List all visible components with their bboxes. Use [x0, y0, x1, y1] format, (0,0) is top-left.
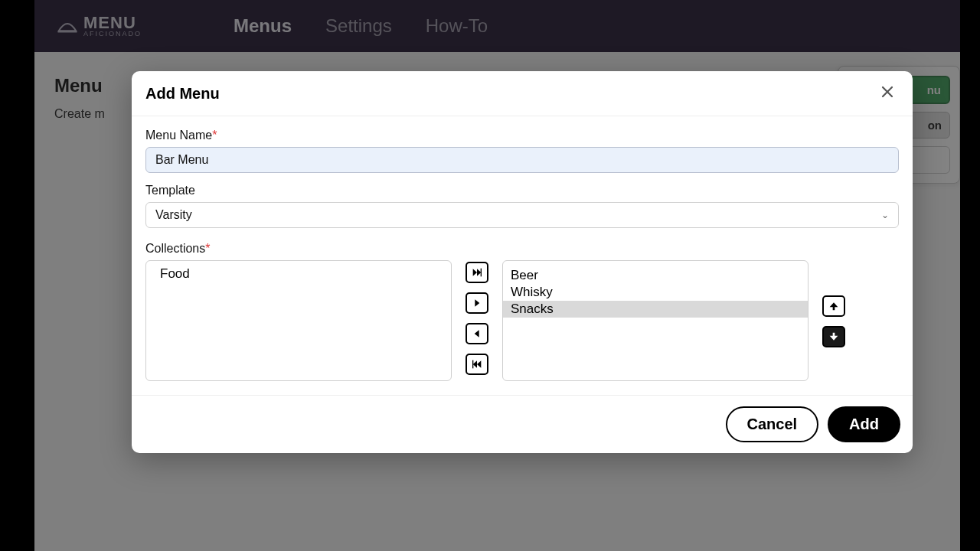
move-right-button[interactable] [466, 292, 488, 314]
list-item[interactable]: Snacks [503, 301, 808, 318]
collections-label: Collections* [145, 242, 899, 256]
list-item[interactable]: Beer [503, 267, 808, 284]
move-down-button[interactable] [822, 326, 845, 347]
list-item[interactable]: Food [152, 266, 445, 282]
template-label: Template [145, 184, 899, 197]
cancel-button[interactable]: Cancel [726, 406, 819, 442]
move-all-right-button[interactable] [466, 262, 488, 283]
move-left-button[interactable] [466, 323, 488, 344]
menu-name-label-text: Menu Name [145, 129, 212, 142]
add-menu-modal: Add Menu Menu Name* Template Varsity ⌄ C… [132, 71, 913, 453]
collections-label-text: Collections [145, 242, 205, 255]
add-button[interactable]: Add [828, 406, 900, 442]
menu-name-input[interactable] [145, 147, 899, 173]
selected-collections-list[interactable]: Beer Whisky Snacks [502, 260, 808, 381]
available-collections-list[interactable]: Food [145, 260, 452, 381]
move-all-left-button[interactable] [466, 354, 488, 375]
move-up-button[interactable] [822, 295, 845, 317]
close-icon[interactable] [876, 82, 899, 105]
required-asterisk: * [205, 242, 210, 255]
chevron-down-icon: ⌄ [881, 210, 889, 220]
transfer-buttons [466, 262, 488, 375]
list-item[interactable]: Whisky [503, 284, 808, 301]
svg-rect-1 [472, 360, 473, 369]
menu-name-label: Menu Name* [145, 129, 899, 142]
template-selected-value: Varsity [155, 208, 192, 222]
modal-title: Add Menu [145, 85, 220, 103]
reorder-buttons [822, 295, 845, 347]
template-select[interactable]: Varsity ⌄ [145, 202, 899, 228]
required-asterisk: * [212, 129, 217, 142]
svg-rect-0 [481, 269, 482, 277]
